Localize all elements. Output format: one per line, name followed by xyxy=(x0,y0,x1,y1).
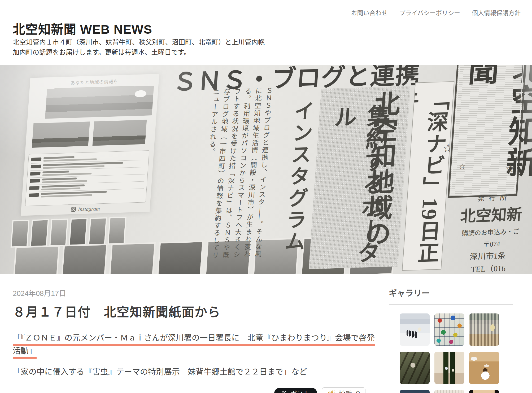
gallery-thumb-owl-tree[interactable] xyxy=(400,352,430,384)
newspaper-photo-row-small xyxy=(11,217,127,247)
article-main: 2024年08月17日 ８月１７日付 北空知新聞紙面から 「『ＺＯＮＥ』の元メン… xyxy=(13,288,365,393)
website-panorama-image xyxy=(45,86,154,119)
star-icon: ☆ xyxy=(505,163,515,174)
gallery-thumb-winter-ceremony[interactable] xyxy=(400,313,430,346)
article-actions: ポスト xyxy=(13,387,365,393)
post-button-label: ポスト xyxy=(290,389,310,393)
gallery-thumb-baseball-team[interactable] xyxy=(469,313,499,346)
gallery-thumb-dessert-cup[interactable] xyxy=(469,352,499,384)
hero-newspaper-photo: ＳＮＳ・ブログと連携 あなたと地域の情報を Instagram xyxy=(0,65,532,274)
gallery-divider xyxy=(389,304,513,305)
gallery-thumb-partial-2[interactable] xyxy=(434,390,464,393)
gallery-thumb-partial-3[interactable] xyxy=(469,390,499,393)
website-mini-image-1 xyxy=(32,121,90,148)
site-title[interactable]: 北空知新聞 WEB NEWS xyxy=(13,19,152,37)
site-tagline: 北空知管内１市４町（深川市、妹背牛町、秩父別町、沼田町、北竜町）と上川管内幌加内… xyxy=(13,37,269,57)
website-news-list xyxy=(25,150,150,206)
gallery-thumb-stained-glass[interactable] xyxy=(434,313,464,346)
clap-icon xyxy=(328,390,335,393)
website-tagline-text: あなたと地域の情報を xyxy=(30,77,159,87)
newspaper-page: ＳＮＳ・ブログと連携 あなたと地域の情報を Instagram xyxy=(0,65,532,274)
star-icon: ☆ xyxy=(442,142,453,154)
gallery-thumb-partial-1[interactable] xyxy=(400,390,430,393)
gallery-grid xyxy=(400,313,513,393)
x-logo-icon xyxy=(281,390,287,393)
publisher-tel: TEL（016 xyxy=(471,260,532,274)
article-lead: 「『ＺＯＮＥ』の元メンバー・Ｍａｉさんが深川署の一日署長に 北竜『ひまわりまつり… xyxy=(13,331,377,357)
newspaper-masthead-box: 北空知新聞 ☆ ☆ ☆ ☆ xyxy=(448,65,527,198)
article-title: ８月１７日付 北空知新聞紙面から xyxy=(13,302,365,320)
nav-link-contact[interactable]: お問い合わせ xyxy=(351,8,387,17)
article-second-item: 「家の中に侵入する『害虫』テーマの特別展示 妹背牛郷土館で２２日まで」など xyxy=(13,365,365,377)
x-post-button[interactable]: ポスト xyxy=(274,388,317,393)
gallery-title: ギャラリー xyxy=(389,289,513,298)
website-mini-image-2 xyxy=(93,120,147,146)
nav-link-privacy-policy[interactable]: プライバシーポリシー xyxy=(399,8,460,17)
newspaper-publisher-block: 発行所 北空知新 購読のお申込み・ご 〒074 深川市1条 TEL（016 FA… xyxy=(439,190,532,274)
page: お問い合わせ プライバシーポリシー 個人情報保護方針 北空知新聞 WEB NEW… xyxy=(0,0,532,393)
star-icon: ☆ xyxy=(515,92,524,102)
publisher-address: 深川市1条 xyxy=(469,247,532,262)
publisher-name: 北空知新 xyxy=(460,201,532,226)
newspaper-masthead-title: 北空知新聞 xyxy=(449,65,532,196)
clap-button[interactable]: 拍手 0 xyxy=(322,387,365,393)
star-icon: ☆ xyxy=(459,163,466,170)
article-lead-link[interactable]: 「『ＺＯＮＥ』の元メンバー・Ｍａｉさんが深川署の一日署長に 北竜『ひまわりまつり… xyxy=(13,333,375,359)
publisher-postal: 〒074 xyxy=(482,237,532,248)
clap-button-label: 拍手 xyxy=(339,388,352,393)
nav-link-personal-info[interactable]: 個人情報保護方針 xyxy=(472,8,521,17)
clap-count: 0 xyxy=(356,389,360,393)
newspaper-website-screenshot: あなたと地域の情報を Instagram xyxy=(21,74,159,216)
vertical-headline-col2: 集約するポータル xyxy=(316,103,394,269)
gallery-sidebar: ギャラリー xyxy=(389,289,513,393)
newspaper-vertical-headline: 北空知地域の 集約するポータル xyxy=(309,86,410,269)
gallery-thumb-cider-bottles[interactable] xyxy=(434,352,464,384)
top-nav: お問い合わせ プライバシーポリシー 個人情報保護方針 xyxy=(351,8,521,17)
newspaper-body-text: ＳＮＳやブログと連携し、インスタ——。そんな風に北空知地域生活情（開設・深川市）… xyxy=(176,87,274,265)
article-date: 2024年08月17日 xyxy=(13,288,365,298)
publisher-subscribe: 購読のお申込み・ご xyxy=(461,225,532,237)
instagram-icon xyxy=(71,207,76,212)
